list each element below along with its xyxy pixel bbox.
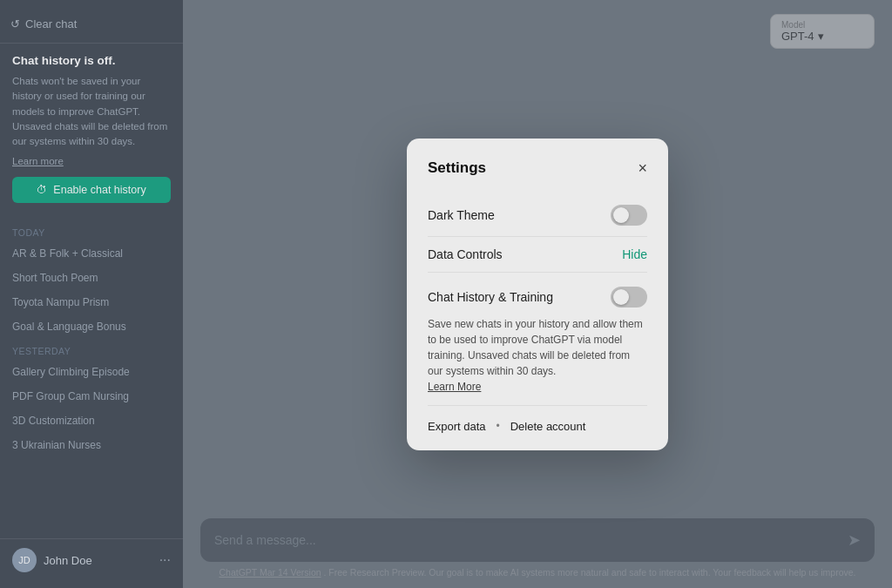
- sidebar-chat-item[interactable]: PDF Group Cam Nursing: [0, 384, 183, 409]
- chat-history-row: Chat History & Training: [428, 287, 647, 308]
- clear-chat-label: Clear chat: [25, 17, 77, 30]
- avatar-initials: JD: [18, 555, 30, 565]
- chat-history-label: Chat History & Training: [428, 290, 553, 304]
- enable-chat-history-label: Enable chat history: [53, 184, 145, 196]
- avatar: JD: [12, 548, 37, 572]
- main-content: Model GPT-4 ▾ GPT Send a message... ➤ Ch…: [183, 0, 892, 588]
- sidebar-chat-item[interactable]: Goal & Language Bonus: [0, 314, 183, 339]
- chat-history-desc-text: Save new chats in your history and allow…: [428, 318, 643, 377]
- modal-close-button[interactable]: ×: [638, 160, 647, 176]
- sidebar-chat-item[interactable]: 3D Customization: [0, 409, 183, 433]
- export-data-button[interactable]: Export data: [428, 420, 486, 433]
- modal-header: Settings ×: [428, 159, 647, 177]
- enable-chat-history-button[interactable]: ⏱ Enable chat history: [12, 177, 171, 203]
- clear-icon: ↺: [10, 17, 20, 30]
- clear-chat-button[interactable]: ↺ Clear chat: [10, 14, 172, 34]
- sidebar-chat-item[interactable]: Short Touch Poem: [0, 266, 183, 290]
- sidebar-top: ↺ Clear chat: [0, 7, 183, 44]
- user-menu-button[interactable]: ···: [159, 552, 171, 568]
- sidebar-date-today: Today: [0, 224, 183, 241]
- user-name: John Doe: [44, 554, 92, 567]
- modal-overlay[interactable]: Settings × Dark Theme Data Controls Hide…: [183, 0, 892, 588]
- sidebar-chat-item[interactable]: Gallery Climbing Episode: [0, 360, 183, 384]
- dark-theme-label: Dark Theme: [428, 208, 495, 222]
- sidebar: ↺ Clear chat Chat history is off. Chats …: [0, 0, 183, 588]
- hide-button[interactable]: Hide: [622, 247, 647, 261]
- history-off-desc: Chats won't be saved in your history or …: [12, 74, 171, 149]
- history-icon: ⏱: [37, 184, 48, 196]
- data-controls-row: Data Controls Hide: [428, 237, 647, 273]
- dark-theme-row: Dark Theme: [428, 194, 647, 237]
- chat-history-section: Chat History & Training Save new chats i…: [428, 273, 647, 406]
- chat-history-desc: Save new chats in your history and allow…: [428, 316, 647, 395]
- dark-theme-toggle[interactable]: [611, 205, 647, 226]
- history-off-panel: Chat history is off. Chats won't be save…: [0, 44, 183, 213]
- modal-title: Settings: [428, 159, 486, 177]
- history-off-title: Chat history is off.: [12, 54, 171, 67]
- chat-history-toggle-knob: [613, 289, 629, 305]
- sidebar-chat-item[interactable]: AR & B Folk + Classical: [0, 241, 183, 266]
- modal-footer: Export data • Delete account: [428, 406, 647, 433]
- toggle-knob: [613, 207, 629, 223]
- delete-account-button[interactable]: Delete account: [510, 420, 586, 433]
- data-controls-label: Data Controls: [428, 247, 503, 261]
- sidebar-learn-more-link[interactable]: Learn more: [12, 156, 171, 166]
- sidebar-date-yesterday: Yesterday: [0, 342, 183, 360]
- sidebar-footer: JD John Doe ···: [0, 538, 183, 581]
- sidebar-chat-item[interactable]: 3 Ukrainian Nurses: [0, 433, 183, 457]
- chat-history-toggle[interactable]: [611, 287, 647, 308]
- sidebar-chat-item[interactable]: Toyota Nampu Prism: [0, 290, 183, 314]
- user-info: JD John Doe: [12, 548, 92, 572]
- sidebar-chat-list: Today AR & B Folk + Classical Short Touc…: [0, 213, 183, 538]
- footer-dot: •: [497, 420, 500, 432]
- learn-more-link[interactable]: Learn More: [428, 381, 481, 393]
- settings-modal: Settings × Dark Theme Data Controls Hide…: [407, 139, 668, 450]
